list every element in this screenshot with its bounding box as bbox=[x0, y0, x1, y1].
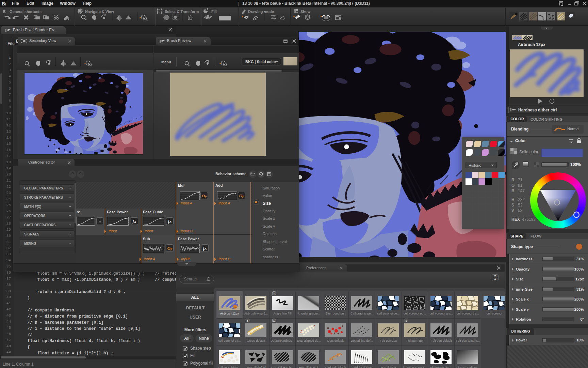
svg-text:Bi: Bi bbox=[2, 1, 6, 6]
